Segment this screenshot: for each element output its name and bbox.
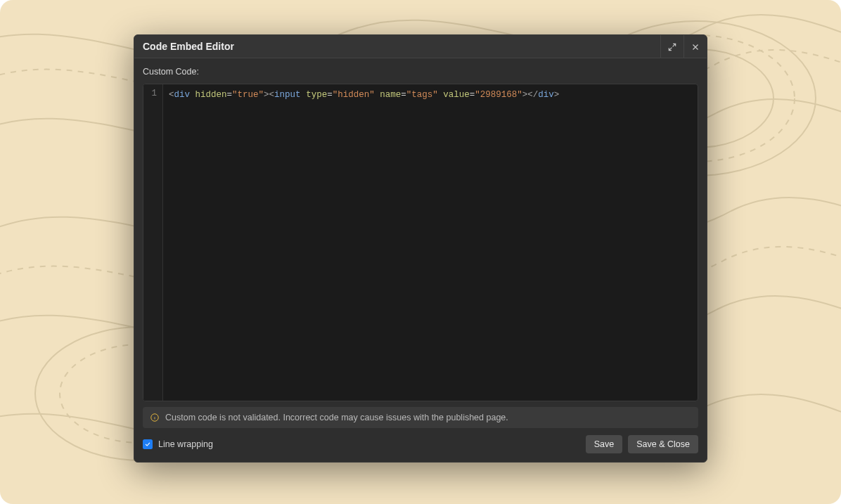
expand-button[interactable] — [660, 35, 683, 58]
footer-button-group: Save Save & Close — [586, 435, 698, 453]
code-textarea[interactable]: <div hidden="true"><input type="hidden" … — [163, 84, 698, 401]
validation-warning-text: Custom code is not validated. Incorrect … — [165, 413, 508, 422]
header-icon-group — [660, 35, 707, 58]
save-close-button[interactable]: Save & Close — [628, 435, 698, 453]
modal-header: Code Embed Editor — [134, 35, 707, 58]
close-icon — [691, 42, 700, 52]
modal-title: Code Embed Editor — [143, 41, 660, 52]
line-wrapping-label: Line wrapping — [158, 439, 213, 449]
custom-code-label: Custom Code: — [143, 67, 698, 77]
line-wrapping-checkbox[interactable] — [143, 439, 153, 449]
save-button[interactable]: Save — [586, 435, 623, 453]
checkmark-icon — [144, 441, 151, 448]
code-editor[interactable]: 1 <div hidden="true"><input type="hidden… — [143, 84, 698, 401]
line-wrapping-toggle[interactable]: Line wrapping — [143, 439, 213, 449]
validation-warning-bar: Custom code is not validated. Incorrect … — [143, 407, 698, 428]
code-embed-modal: Code Embed Editor Custom Code: 1 <div hi… — [134, 34, 707, 463]
modal-footer: Line wrapping Save Save & Close — [143, 434, 698, 453]
modal-body: Custom Code: 1 <div hidden="true"><input… — [134, 58, 707, 462]
line-number: 1 — [150, 89, 157, 98]
expand-icon — [667, 42, 677, 52]
info-icon — [150, 413, 160, 422]
line-number-gutter: 1 — [143, 84, 163, 401]
app-viewport: Code Embed Editor Custom Code: 1 <div hi… — [0, 0, 841, 504]
close-button[interactable] — [683, 35, 707, 58]
